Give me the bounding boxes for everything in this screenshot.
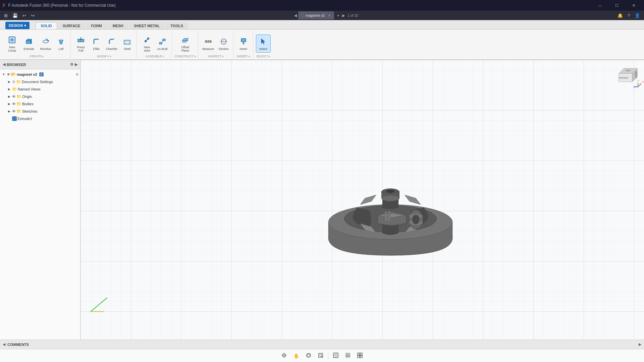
zoom-fit-btn[interactable] bbox=[316, 351, 325, 360]
construct-group: Offset Plane CONSTRUCT ▾ bbox=[173, 31, 198, 58]
section-analysis-btn[interactable]: Section bbox=[216, 35, 231, 53]
svg-text:Y: Y bbox=[637, 79, 639, 82]
new-joint-btn[interactable]: New Joint bbox=[140, 35, 154, 53]
tab-surface[interactable]: SURFACE bbox=[58, 22, 86, 29]
insert-btn[interactable]: Insert bbox=[236, 35, 251, 53]
viewport[interactable]: FRONT TOP RIGHT X Y Z bbox=[80, 60, 644, 340]
tree-bodies[interactable]: ▶ 👁 📁 Bodies bbox=[0, 100, 80, 108]
svg-rect-16 bbox=[125, 41, 129, 43]
browser-collapse-btn[interactable]: ◀ bbox=[3, 62, 5, 67]
svg-marker-45 bbox=[360, 195, 376, 204]
assemble-group: New Joint As-Built ASSEMBLE ▾ bbox=[138, 31, 172, 58]
save-btn[interactable]: 💾 bbox=[11, 12, 19, 19]
inspect-group: Measure Section INSPECT ▾ bbox=[199, 31, 233, 58]
snap-settings-btn[interactable] bbox=[279, 351, 289, 360]
view-options-btn[interactable] bbox=[355, 351, 365, 360]
tree-extrude1[interactable]: Extrude1 bbox=[0, 115, 80, 122]
notification-btn[interactable]: 🔔 bbox=[616, 12, 624, 19]
tab-mesh[interactable]: MESH bbox=[108, 22, 128, 29]
svg-marker-44 bbox=[405, 195, 421, 204]
tab-nav-left[interactable]: ◀ bbox=[294, 13, 297, 18]
svg-marker-9 bbox=[59, 40, 63, 44]
model-svg bbox=[310, 139, 471, 260]
origin-toggle[interactable]: ▶ bbox=[7, 94, 11, 99]
sketches-eye-icon[interactable]: 👁 bbox=[12, 109, 16, 113]
svg-rect-58 bbox=[388, 211, 390, 221]
root-settings-icon[interactable]: ⚙ bbox=[75, 72, 79, 77]
tab-sheet-metal[interactable]: SHEET METAL bbox=[129, 22, 165, 29]
main-area: ◀ BROWSER ⚙ ▶ ▼ 👁 📂 magneet v2 2 ⚙ ▶ ⚙ bbox=[0, 60, 644, 340]
tree-doc-settings[interactable]: ▶ ⚙ 📁 Document Settings bbox=[0, 78, 80, 85]
svg-marker-36 bbox=[261, 39, 265, 44]
display-mode-btn[interactable] bbox=[331, 351, 340, 360]
tab-new-btn[interactable]: + bbox=[335, 13, 341, 18]
tab-nav-right[interactable]: ▶ bbox=[342, 13, 345, 18]
sketches-toggle[interactable]: ▶ bbox=[7, 109, 11, 114]
offset-plane-btn[interactable]: Offset Plane bbox=[178, 35, 193, 53]
sketches-folder: 📁 bbox=[16, 109, 21, 114]
named-views-toggle[interactable]: ▶ bbox=[7, 87, 11, 92]
maximize-btn[interactable]: ☐ bbox=[609, 0, 625, 11]
browser-expand-btn[interactable]: ▶ bbox=[75, 62, 77, 67]
grid-menu-btn[interactable]: ⊞ bbox=[3, 12, 9, 19]
extrude-btn[interactable]: Extrude bbox=[20, 35, 38, 53]
grid-settings-btn[interactable] bbox=[343, 351, 353, 360]
origin-eye-icon[interactable]: 👁 bbox=[12, 95, 16, 99]
comments-expand-btn[interactable]: ▶ bbox=[639, 342, 641, 347]
root-toggle[interactable]: ▼ bbox=[1, 72, 6, 77]
orbit-btn[interactable] bbox=[304, 351, 313, 360]
browser-settings-btn[interactable]: ⚙ bbox=[70, 62, 73, 67]
as-built-joint-btn[interactable]: As-Built bbox=[155, 35, 170, 53]
tab-tools[interactable]: TOOLS bbox=[165, 22, 188, 29]
window-controls: — ☐ ✕ bbox=[592, 0, 641, 11]
browser-header-btns: ⚙ ▶ bbox=[70, 62, 77, 67]
minimize-btn[interactable]: — bbox=[592, 0, 608, 11]
loft-btn[interactable]: Loft bbox=[54, 35, 68, 53]
bodies-label: Bodies bbox=[22, 102, 34, 106]
doc-settings-toggle[interactable]: ▶ bbox=[7, 79, 11, 84]
undo-btn[interactable]: ↩ bbox=[21, 12, 28, 19]
svg-rect-83 bbox=[334, 354, 337, 357]
close-btn[interactable]: ✕ bbox=[626, 0, 641, 11]
tree-sketches[interactable]: ▶ 👁 📁 Sketches bbox=[0, 108, 80, 115]
shell-btn[interactable]: Shell bbox=[120, 35, 135, 53]
svg-point-78 bbox=[307, 353, 311, 357]
extrude1-icon bbox=[12, 116, 17, 121]
extrude1-label: Extrude1 bbox=[17, 117, 32, 121]
origin-folder: 📁 bbox=[16, 94, 21, 99]
bodies-folder: 📁 bbox=[16, 102, 21, 106]
revolve-btn[interactable]: Revolve bbox=[38, 35, 53, 53]
viewcube[interactable]: FRONT TOP RIGHT X Y Z bbox=[614, 63, 641, 90]
svg-rect-90 bbox=[358, 353, 360, 355]
tree-named-views[interactable]: ▶ 📁 Named Views bbox=[0, 85, 80, 93]
measure-btn[interactable]: Measure bbox=[201, 35, 216, 53]
select-btn[interactable]: Select bbox=[256, 35, 271, 53]
browser-header: ◀ BROWSER ⚙ ▶ bbox=[0, 60, 80, 69]
redo-btn[interactable]: ↪ bbox=[30, 12, 36, 19]
new-component-btn[interactable]: New Comp bbox=[5, 35, 19, 53]
comments-collapse-btn[interactable]: ◀ bbox=[3, 342, 5, 347]
document-tab[interactable]: ⬡ magneet v2 ✕ bbox=[298, 11, 334, 19]
tree-root[interactable]: ▼ 👁 📂 magneet v2 2 ⚙ bbox=[0, 71, 80, 78]
press-pull-btn[interactable]: Press Pull bbox=[73, 35, 88, 53]
root-eye-icon[interactable]: 👁 bbox=[7, 72, 10, 76]
fillet-btn[interactable]: Fillet bbox=[89, 35, 104, 53]
tab-form[interactable]: FORM bbox=[86, 22, 107, 29]
bodies-eye-icon[interactable]: 👁 bbox=[12, 102, 16, 106]
design-dropdown[interactable]: DESIGN ▾ bbox=[5, 22, 30, 29]
bodies-toggle[interactable]: ▶ bbox=[7, 102, 11, 106]
account-btn[interactable]: 👤 bbox=[633, 12, 641, 19]
pan-btn[interactable]: ✋ bbox=[291, 352, 301, 360]
doc-settings-folder: 📁 bbox=[16, 79, 21, 84]
tab-close-btn[interactable]: ✕ bbox=[328, 14, 331, 17]
assemble-label: ASSEMBLE ▾ bbox=[146, 55, 164, 58]
origin-label: Origin bbox=[22, 95, 32, 99]
svg-point-56 bbox=[413, 215, 419, 224]
tab-solid[interactable]: SOLID bbox=[36, 22, 57, 29]
chamfer-btn[interactable]: Chamfer bbox=[104, 35, 119, 53]
svg-text:X: X bbox=[642, 80, 644, 83]
viewcube-svg: FRONT TOP RIGHT X Y Z bbox=[614, 63, 644, 94]
help-btn[interactable]: ? bbox=[626, 12, 631, 19]
comments-right: ▶ bbox=[639, 342, 641, 347]
tree-origin[interactable]: ▶ 👁 📁 Origin bbox=[0, 93, 80, 100]
